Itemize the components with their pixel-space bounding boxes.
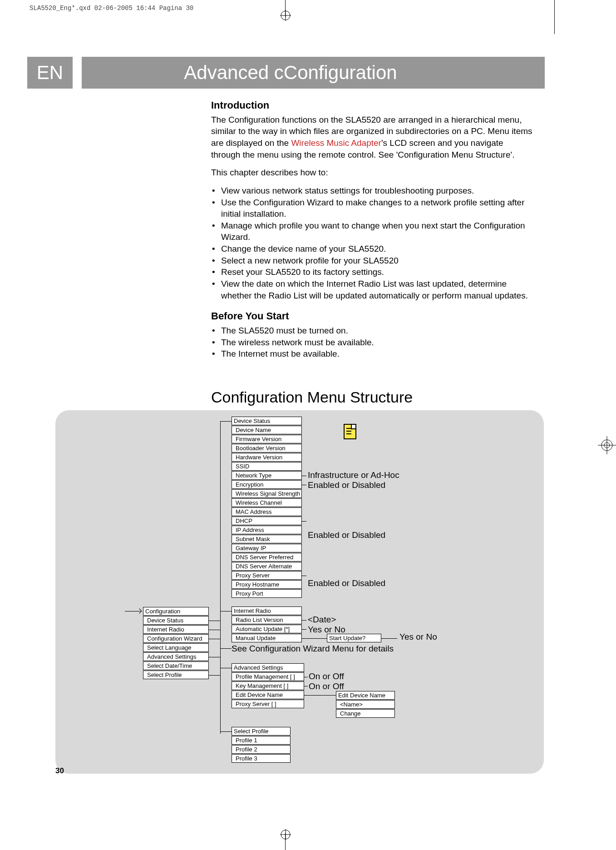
menu-header: Select Profile xyxy=(232,727,291,736)
before-bullets: The SLA5520 must be turned on. The wirel… xyxy=(211,325,533,360)
menu-item: Proxy Hostname xyxy=(232,580,302,589)
connector xyxy=(381,638,397,639)
menu-item: Network Type xyxy=(232,471,302,480)
menu-item: Key Management [ ] xyxy=(232,681,304,690)
body-content: Introduction The Configuration functions… xyxy=(211,99,533,360)
connector xyxy=(304,686,308,686)
menu-item: Manual Update xyxy=(232,634,302,642)
registration-mark xyxy=(280,10,291,21)
menu-item: SSID xyxy=(232,462,302,471)
registration-mark xyxy=(598,436,616,456)
menu-item: Change xyxy=(336,709,395,718)
menu-item: Firmware Version xyxy=(232,435,302,443)
menu-header: Advanced Settings xyxy=(232,663,304,672)
connector xyxy=(209,630,220,630)
menu-item: Bootloader Version xyxy=(232,444,302,452)
intro-paragraph: The Configuration functions on the SLA55… xyxy=(211,114,533,161)
menu-item: Profile 1 xyxy=(232,736,291,745)
value-label: <Date> xyxy=(308,615,336,625)
connector xyxy=(302,521,306,522)
connector xyxy=(302,638,327,639)
connector xyxy=(209,675,220,676)
menu-item: Wireless Signal Strength xyxy=(232,489,302,498)
registration-mark xyxy=(280,829,291,840)
list-item: Manage which profile you want to change … xyxy=(221,220,533,243)
connector xyxy=(220,731,232,732)
menu-item: Configuration xyxy=(143,607,209,616)
header-band: EN Advanced cConfiguration xyxy=(27,57,545,89)
language-badge: EN xyxy=(27,57,73,89)
page: EN Advanced cConfiguration Introduction … xyxy=(27,34,545,788)
list-item: Select a new network profile for your SL… xyxy=(221,255,533,267)
menu-item: Select Date/Time xyxy=(143,661,209,670)
menu-item: Profile 3 xyxy=(232,754,291,763)
menu-item: Proxy Port xyxy=(232,589,302,598)
connector xyxy=(302,629,306,630)
menu-header: Internet Radio xyxy=(232,606,302,615)
connector xyxy=(304,695,336,696)
connector xyxy=(220,648,232,649)
menu-item: IP Address xyxy=(232,526,302,534)
menu-item: Select Language xyxy=(143,643,209,652)
connector xyxy=(209,639,220,639)
crop-mark xyxy=(554,0,555,34)
connector xyxy=(209,621,220,621)
connector xyxy=(302,485,306,485)
value-label: Infrastructure or Ad-Hoc xyxy=(308,470,399,480)
config-menu-structure-heading: Configuration Menu Structure xyxy=(211,388,413,406)
menu-item: DNS Server Preferred xyxy=(232,553,302,562)
intro-heading: Introduction xyxy=(211,99,533,112)
menu-item: DNS Server Alternate xyxy=(232,562,302,571)
list-item: Reset your SLA5520 to its factory settin… xyxy=(221,266,533,278)
connector xyxy=(220,668,232,668)
connector xyxy=(302,476,306,476)
menu-item: Subnet Mask xyxy=(232,535,302,543)
value-label: Yes or No xyxy=(399,632,437,642)
intro-bullets: View various network status settings for… xyxy=(211,185,533,301)
menu-item: Encryption xyxy=(232,480,302,489)
list-item: Change the device name of your SLA5520. xyxy=(221,243,533,255)
menu-item: <Name> xyxy=(336,700,395,709)
before-heading: Before You Start xyxy=(211,309,533,323)
connector xyxy=(209,657,220,657)
value-label: Yes or No xyxy=(308,625,345,635)
menu-item: Device Status xyxy=(143,616,209,625)
page-number: 30 xyxy=(55,766,64,775)
list-item: The Internet must be available. xyxy=(221,348,533,360)
value-label: Enabled or Disabled xyxy=(308,578,385,588)
menu-item: Configuration Wizard xyxy=(143,634,209,643)
menu-item: Profile Management [ ] xyxy=(232,672,304,681)
menu-item: Proxy Server xyxy=(232,571,302,580)
menu-header: Edit Device Name xyxy=(336,691,395,700)
wireless-music-adapter-link: Wireless Music Adapter xyxy=(291,138,381,148)
menu-item: Internet Radio xyxy=(143,625,209,634)
value-label: Enabled or Disabled xyxy=(308,480,385,490)
connector xyxy=(220,421,221,734)
value-label: On or Off xyxy=(309,681,344,691)
connector xyxy=(220,421,232,422)
connector xyxy=(220,611,232,611)
menu-item: Gateway IP xyxy=(232,544,302,552)
value-label: Enabled or Disabled xyxy=(308,530,385,540)
menu-item: Profile 2 xyxy=(232,745,291,754)
note-text: See Configuration Wizard Menu for detail… xyxy=(232,644,394,654)
intro-lead: This chapter describes how to: xyxy=(211,167,533,179)
menu-header: Device Status xyxy=(232,417,302,425)
menu-item: Proxy Server [ ] xyxy=(232,700,304,708)
page-title: Advanced cConfiguration xyxy=(82,57,545,89)
menu-item: Device Name xyxy=(232,426,302,434)
menu-item: Start Update? xyxy=(327,634,381,642)
connector xyxy=(302,576,306,576)
menu-item: DHCP xyxy=(232,517,302,525)
menu-item: Hardware Version xyxy=(232,453,302,462)
list-item: Use the Configuration Wizard to make cha… xyxy=(221,197,533,220)
list-item: The wireless network must be available. xyxy=(221,337,533,348)
menu-item: Automatic Update [*] xyxy=(232,625,302,633)
value-label: On or Off xyxy=(309,671,344,681)
menu-item: Select Profile xyxy=(143,671,209,679)
connector xyxy=(302,620,306,621)
menu-item: Advanced Settings xyxy=(143,652,209,661)
connector xyxy=(304,677,308,677)
menu-item: Radio List Version xyxy=(232,616,302,624)
menu-item: Edit Device Name xyxy=(232,691,304,699)
